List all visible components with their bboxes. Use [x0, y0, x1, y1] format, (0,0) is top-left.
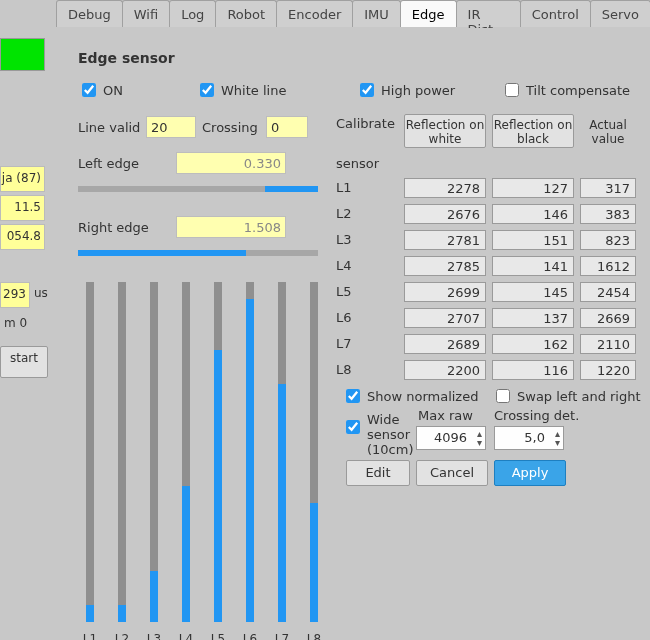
checkbox-on-input[interactable]: [82, 83, 96, 97]
side-cell-v2: 054.8: [0, 224, 45, 250]
cell-white-L4: 2785: [404, 256, 486, 276]
cell-black-L1: 127: [492, 178, 574, 198]
tab-imu[interactable]: IMU: [352, 0, 401, 27]
bar-fill-L3: [150, 571, 158, 622]
bar-label-L8: L8: [302, 632, 326, 640]
checkbox-on[interactable]: ON: [78, 80, 123, 100]
checkbox-swap-lr[interactable]: Swap left and right: [492, 386, 641, 406]
left-edge-progress: [78, 186, 318, 192]
bar-label-L4: L4: [174, 632, 198, 640]
checkbox-wide-sensor[interactable]: Widesensor(10cm): [342, 412, 414, 457]
bar-label-L1: L1: [78, 632, 102, 640]
cell-actual-L8: 1220: [580, 360, 636, 380]
checkbox-swap-lr-input[interactable]: [496, 389, 510, 403]
tab-robot[interactable]: Robot: [215, 0, 277, 27]
checkbox-show-normalized-input[interactable]: [346, 389, 360, 403]
checkbox-white-line-label: White line: [221, 83, 286, 98]
maxraw-label: Max raw: [418, 408, 473, 423]
tab-debug[interactable]: Debug: [56, 0, 123, 27]
checkbox-tilt-compensate-input[interactable]: [505, 83, 519, 97]
tab-encoder[interactable]: Encoder: [276, 0, 353, 27]
checkbox-high-power[interactable]: High power: [356, 80, 455, 100]
sensor-row-label: L2: [336, 206, 352, 221]
left-sidebar: ja (87) 11.5 054.8 293 us m 0 start: [0, 0, 56, 640]
actual-value-header: Actual value: [580, 118, 636, 146]
reflection-black-button[interactable]: Reflection on black: [492, 114, 574, 148]
checkbox-white-line-input[interactable]: [200, 83, 214, 97]
sensor-row-label: L3: [336, 232, 352, 247]
tab-control[interactable]: Control: [520, 0, 591, 27]
checkbox-show-normalized-label: Show normalized: [367, 389, 478, 404]
tab-edge[interactable]: Edge: [400, 0, 457, 27]
cell-actual-L3: 823: [580, 230, 636, 250]
cell-actual-L6: 2669: [580, 308, 636, 328]
tab-ir-dist[interactable]: IR Dist: [456, 0, 521, 27]
bar-fill-L6: [246, 299, 254, 622]
right-edge-value[interactable]: 1.508: [176, 216, 286, 238]
tab-bar: DebugWifiLogRobotEncoderIMUEdgeIR DistCo…: [56, 0, 650, 29]
bar-label-L7: L7: [270, 632, 294, 640]
line-valid-label: Line valid: [78, 120, 140, 135]
cell-black-L4: 141: [492, 256, 574, 276]
bar-track-L2: [118, 282, 126, 622]
maxraw-input[interactable]: 4096▴▾: [416, 426, 486, 450]
checkbox-show-normalized[interactable]: Show normalized: [342, 386, 478, 406]
right-edge-label: Right edge: [78, 220, 149, 235]
edit-button[interactable]: Edit: [346, 460, 410, 486]
bar-fill-L1: [86, 605, 94, 622]
edge-panel: Edge sensor ON White line High power Til…: [56, 28, 650, 640]
bar-fill-L8: [310, 503, 318, 622]
bar-track-L1: [86, 282, 94, 622]
cell-white-L7: 2689: [404, 334, 486, 354]
checkbox-tilt-compensate[interactable]: Tilt compensate: [501, 80, 630, 100]
bar-label-L2: L2: [110, 632, 134, 640]
checkbox-wide-sensor-input[interactable]: [346, 420, 360, 434]
checkbox-high-power-input[interactable]: [360, 83, 374, 97]
cell-white-L5: 2699: [404, 282, 486, 302]
side-indicator: [0, 38, 45, 71]
checkbox-wide-sensor-label: Widesensor(10cm): [367, 412, 414, 457]
tab-servo[interactable]: Servo: [590, 0, 650, 27]
cell-actual-L4: 1612: [580, 256, 636, 276]
bar-label-L5: L5: [206, 632, 230, 640]
cell-actual-L2: 383: [580, 204, 636, 224]
cell-actual-L5: 2454: [580, 282, 636, 302]
bar-fill-L7: [278, 384, 286, 622]
right-edge-progress: [78, 250, 318, 256]
cell-white-L1: 2278: [404, 178, 486, 198]
checkbox-high-power-label: High power: [381, 83, 455, 98]
spinner-icon: ▴▾: [555, 429, 560, 447]
start-button[interactable]: start: [0, 346, 48, 378]
cell-black-L7: 162: [492, 334, 574, 354]
left-edge-label: Left edge: [78, 156, 139, 171]
cell-actual-L7: 2110: [580, 334, 636, 354]
reflection-white-button[interactable]: Reflection on white: [404, 114, 486, 148]
tab-log[interactable]: Log: [169, 0, 216, 27]
side-m0-label: m 0: [4, 316, 56, 330]
checkbox-white-line[interactable]: White line: [196, 80, 286, 100]
line-valid-input[interactable]: 20: [146, 116, 196, 138]
apply-button[interactable]: Apply: [494, 460, 566, 486]
checkbox-swap-lr-label: Swap left and right: [517, 389, 641, 404]
left-edge-value[interactable]: 0.330: [176, 152, 286, 174]
tab-wifi[interactable]: Wifi: [122, 0, 170, 27]
sensor-row-label: L1: [336, 180, 352, 195]
bar-label-L3: L3: [142, 632, 166, 640]
cancel-button[interactable]: Cancel: [416, 460, 488, 486]
panel-title: Edge sensor: [78, 50, 175, 66]
cell-white-L2: 2676: [404, 204, 486, 224]
crossing-label: Crossing: [202, 120, 258, 135]
cell-black-L5: 145: [492, 282, 574, 302]
bar-fill-L4: [182, 486, 190, 622]
crossdet-label: Crossing det.: [494, 408, 579, 423]
crossdet-input[interactable]: 5,0▴▾: [494, 426, 564, 450]
spinner-icon: ▴▾: [477, 429, 482, 447]
calibrate-label: Calibrate: [336, 116, 395, 131]
checkbox-tilt-compensate-label: Tilt compensate: [526, 83, 630, 98]
side-cell-v3: 293: [0, 282, 30, 308]
cell-white-L3: 2781: [404, 230, 486, 250]
crossing-input[interactable]: 0: [266, 116, 308, 138]
cell-white-L8: 2200: [404, 360, 486, 380]
sensor-label: sensor: [336, 156, 379, 171]
bar-label-L6: L6: [238, 632, 262, 640]
